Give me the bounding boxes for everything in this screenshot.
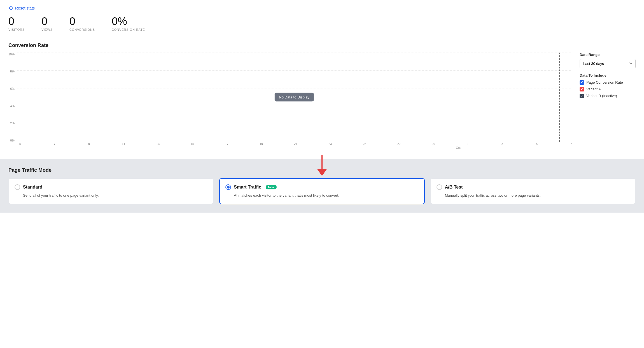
stats-row: 0 VISITORS 0 VIEWS 0 CONVERSIONS 0% CONV… xyxy=(8,16,636,31)
x-label-13: 13 xyxy=(156,142,160,145)
y-label-10: 10% xyxy=(8,53,15,56)
date-range-label: Date Range xyxy=(580,53,636,57)
bottom-section: Page Traffic Mode Standard Send all of y… xyxy=(0,159,644,213)
legend-item-page-conversion: ✓ Page Conversion Rate xyxy=(580,80,636,85)
ab-test-desc: Manually split your traffic across two o… xyxy=(437,193,629,198)
visitors-stat: 0 VISITORS xyxy=(8,16,25,31)
x-label-oct: Oct xyxy=(456,146,461,149)
views-label: VIEWS xyxy=(41,28,53,31)
ab-test-title: A/B Test xyxy=(445,185,463,190)
smart-traffic-option-header: Smart Traffic New xyxy=(225,184,418,190)
reset-stats-label: Reset stats xyxy=(15,6,35,10)
smart-traffic-title: Smart Traffic xyxy=(234,185,261,190)
conversion-rate-label: CONVERSION RATE xyxy=(112,28,145,31)
arrow-indicator xyxy=(314,155,330,178)
conversions-stat: 0 CONVERSIONS xyxy=(69,16,95,31)
chart-container: 10% 8% 6% 4% 2% 0% xyxy=(8,53,636,153)
x-label-7b: 7 xyxy=(570,142,572,145)
legend-label-page-conversion: Page Conversion Rate xyxy=(586,80,623,84)
x-label-7: 7 xyxy=(54,142,55,145)
x-label-23: 23 xyxy=(328,142,332,145)
checkmark-page-conversion: ✓ xyxy=(581,81,583,84)
legend-label-variant-b: Variant B (Inactive) xyxy=(586,94,617,98)
no-data-tooltip: No Data to Display xyxy=(274,93,314,102)
traffic-option-standard[interactable]: Standard Send all of your traffic to one… xyxy=(8,178,214,204)
chart-sidebar: Date Range Last 30 days Last 7 days Last… xyxy=(580,53,636,100)
y-label-2: 2% xyxy=(8,121,15,125)
checkmark-variant-a: ✓ xyxy=(581,87,583,91)
x-label-19: 19 xyxy=(260,142,263,145)
grid-line-2 xyxy=(17,124,571,124)
x-label-17: 17 xyxy=(225,142,228,145)
legend-checkbox-variant-b[interactable]: ✓ xyxy=(580,94,584,98)
ab-test-option-header: A/B Test xyxy=(437,184,629,190)
conversion-rate-stat: 0% CONVERSION RATE xyxy=(112,16,145,31)
standard-desc: Send all of your traffic to one page var… xyxy=(15,193,207,198)
x-label-27: 27 xyxy=(397,142,401,145)
x-label-5: 5 xyxy=(19,142,21,145)
grid-line-10 xyxy=(17,53,571,53)
conversion-rate-value: 0% xyxy=(112,16,145,27)
smart-traffic-desc: AI matches each visitor to the variant t… xyxy=(225,193,418,198)
chart-inner: 10% 8% 6% 4% 2% 0% xyxy=(8,53,571,142)
legend-item-variant-b: ✓ Variant B (Inactive) xyxy=(580,94,636,98)
y-label-4: 4% xyxy=(8,104,15,108)
arrow-svg xyxy=(314,155,330,177)
conversions-value: 0 xyxy=(69,16,95,27)
views-value: 0 xyxy=(41,16,53,27)
x-label-9: 9 xyxy=(88,142,90,145)
legend-label-variant-a: Variant A xyxy=(586,87,601,91)
x-label-3: 3 xyxy=(501,142,503,145)
grid-line-4 xyxy=(17,106,571,106)
views-stat: 0 VIEWS xyxy=(41,16,53,31)
x-label-5b: 5 xyxy=(536,142,538,145)
legend-checkbox-page-conversion[interactable]: ✓ xyxy=(580,80,584,85)
smart-traffic-radio[interactable] xyxy=(225,184,231,190)
visitors-value: 0 xyxy=(8,16,25,27)
standard-radio[interactable] xyxy=(15,184,20,190)
x-label-25: 25 xyxy=(363,142,366,145)
y-label-8: 8% xyxy=(8,70,15,73)
standard-option-header: Standard xyxy=(15,184,207,190)
checkmark-variant-b: ✓ xyxy=(581,94,583,98)
x-label-15: 15 xyxy=(191,142,194,145)
chart-section: Conversion Rate 10% 8% 6% 4% 2% 0% xyxy=(0,43,644,159)
x-label-1: 1 xyxy=(467,142,469,145)
traffic-options: Standard Send all of your traffic to one… xyxy=(8,178,636,204)
chart-title: Conversion Rate xyxy=(8,43,636,48)
chart-plot: No Data to Display xyxy=(17,53,571,142)
y-axis: 10% 8% 6% 4% 2% 0% xyxy=(8,53,17,142)
date-range-select[interactable]: Last 30 days Last 7 days Last 90 days Al… xyxy=(580,59,636,68)
x-label-21: 21 xyxy=(294,142,297,145)
ab-test-radio[interactable] xyxy=(437,184,442,190)
y-label-6: 6% xyxy=(8,87,15,90)
y-label-0: 0% xyxy=(8,139,15,142)
svg-marker-1 xyxy=(317,169,327,176)
top-section: Reset stats 0 VISITORS 0 VIEWS 0 CONVERS… xyxy=(0,0,644,43)
standard-title: Standard xyxy=(23,185,42,190)
visitors-label: VISITORS xyxy=(8,28,25,31)
vertical-dashed-line xyxy=(559,53,560,142)
x-axis-container: 5 7 9 11 13 15 17 19 21 23 25 27 29 Oct … xyxy=(20,142,571,153)
grid-line-8 xyxy=(17,70,571,71)
reset-stats-button[interactable]: Reset stats xyxy=(8,6,35,11)
radio-inner-smart xyxy=(227,186,230,189)
traffic-option-smart-traffic[interactable]: Smart Traffic New AI matches each visito… xyxy=(219,178,424,204)
reset-icon xyxy=(8,6,13,11)
legend-item-variant-a: ✓ Variant A xyxy=(580,87,636,91)
x-label-29: 29 xyxy=(432,142,435,145)
grid-line-6 xyxy=(17,88,571,88)
conversions-label: CONVERSIONS xyxy=(69,28,95,31)
traffic-option-ab-test[interactable]: A/B Test Manually split your traffic acr… xyxy=(430,178,636,204)
data-include-label: Data To Include xyxy=(580,73,636,77)
chart-area: 10% 8% 6% 4% 2% 0% xyxy=(8,53,571,153)
new-badge: New xyxy=(266,185,277,189)
x-label-11: 11 xyxy=(122,142,125,145)
legend-checkbox-variant-a[interactable]: ✓ xyxy=(580,87,584,91)
